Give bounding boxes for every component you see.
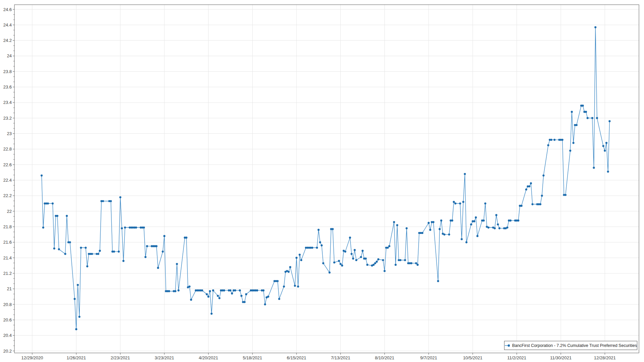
- data-point-marker[interactable]: [277, 280, 279, 282]
- data-point-marker[interactable]: [497, 223, 499, 225]
- data-point-marker[interactable]: [344, 251, 346, 253]
- data-point-marker[interactable]: [321, 244, 323, 246]
- data-point-marker[interactable]: [585, 111, 587, 113]
- data-point-marker[interactable]: [155, 245, 157, 247]
- data-point-marker[interactable]: [417, 264, 419, 266]
- data-point-marker[interactable]: [56, 215, 58, 217]
- data-point-marker[interactable]: [328, 272, 330, 274]
- data-point-marker[interactable]: [530, 182, 532, 184]
- data-point-marker[interactable]: [476, 235, 478, 237]
- data-point-marker[interactable]: [396, 224, 398, 226]
- data-point-marker[interactable]: [448, 234, 450, 236]
- data-point-marker[interactable]: [351, 253, 353, 255]
- data-point-marker[interactable]: [143, 227, 145, 229]
- data-point-marker[interactable]: [498, 227, 500, 229]
- data-point-marker[interactable]: [352, 257, 354, 259]
- data-point-marker[interactable]: [189, 286, 191, 288]
- data-point-marker[interactable]: [47, 202, 49, 204]
- data-point-marker[interactable]: [355, 259, 357, 261]
- data-point-marker[interactable]: [404, 259, 406, 261]
- data-point-marker[interactable]: [294, 285, 296, 287]
- data-point-marker[interactable]: [122, 260, 124, 262]
- data-point-marker[interactable]: [521, 205, 523, 207]
- data-point-marker[interactable]: [377, 258, 379, 260]
- data-point-marker[interactable]: [495, 214, 497, 216]
- data-point-marker[interactable]: [484, 202, 486, 204]
- data-point-marker[interactable]: [349, 237, 351, 239]
- data-point-marker[interactable]: [531, 203, 533, 205]
- data-point-marker[interactable]: [373, 264, 375, 266]
- data-point-marker[interactable]: [85, 247, 87, 249]
- data-point-marker[interactable]: [421, 232, 423, 234]
- data-point-marker[interactable]: [283, 286, 285, 288]
- data-point-marker[interactable]: [387, 247, 389, 249]
- data-point-marker[interactable]: [289, 266, 291, 268]
- data-point-marker[interactable]: [64, 253, 66, 255]
- data-point-marker[interactable]: [428, 222, 430, 224]
- data-point-marker[interactable]: [207, 296, 209, 298]
- data-point-marker[interactable]: [287, 271, 289, 273]
- data-point-marker[interactable]: [506, 227, 508, 229]
- data-point-marker[interactable]: [464, 173, 466, 175]
- data-point-marker[interactable]: [439, 228, 441, 230]
- data-point-marker[interactable]: [176, 263, 178, 265]
- data-point-marker[interactable]: [185, 237, 187, 239]
- data-point-marker[interactable]: [74, 298, 76, 300]
- data-point-marker[interactable]: [146, 245, 148, 247]
- data-point-marker[interactable]: [66, 215, 68, 217]
- data-point-marker[interactable]: [135, 227, 137, 229]
- data-point-marker[interactable]: [517, 220, 519, 222]
- data-point-marker[interactable]: [376, 261, 378, 263]
- data-point-marker[interactable]: [571, 111, 573, 113]
- data-point-marker[interactable]: [604, 149, 606, 152]
- data-point-marker[interactable]: [569, 149, 571, 152]
- data-point-marker[interactable]: [451, 220, 453, 222]
- data-point-marker[interactable]: [602, 145, 604, 147]
- data-point-marker[interactable]: [382, 259, 384, 261]
- data-point-marker[interactable]: [393, 221, 395, 223]
- data-point-marker[interactable]: [473, 220, 475, 222]
- data-point-marker[interactable]: [360, 256, 362, 258]
- data-point-marker[interactable]: [262, 289, 264, 291]
- data-point-marker[interactable]: [550, 139, 552, 141]
- data-point-marker[interactable]: [113, 251, 115, 253]
- data-point-marker[interactable]: [366, 264, 368, 266]
- data-point-marker[interactable]: [190, 299, 192, 301]
- data-point-marker[interactable]: [311, 247, 313, 249]
- data-point-marker[interactable]: [410, 262, 412, 264]
- data-point-marker[interactable]: [565, 194, 567, 196]
- data-point-marker[interactable]: [52, 202, 54, 204]
- data-point-marker[interactable]: [443, 234, 445, 236]
- data-point-marker[interactable]: [118, 251, 120, 253]
- data-point-marker[interactable]: [211, 313, 213, 315]
- data-point-marker[interactable]: [77, 284, 79, 286]
- data-point-marker[interactable]: [318, 229, 320, 231]
- data-point-marker[interactable]: [459, 202, 461, 204]
- data-point-marker[interactable]: [605, 142, 607, 144]
- data-point-marker[interactable]: [300, 259, 302, 261]
- data-point-marker[interactable]: [53, 247, 55, 249]
- data-point-marker[interactable]: [576, 124, 578, 126]
- data-point-marker[interactable]: [341, 264, 343, 266]
- data-point-marker[interactable]: [362, 250, 364, 252]
- data-point-marker[interactable]: [297, 286, 299, 288]
- data-point-marker[interactable]: [91, 253, 93, 255]
- data-point-marker[interactable]: [58, 248, 60, 250]
- data-point-marker[interactable]: [591, 117, 593, 119]
- data-point-marker[interactable]: [593, 167, 595, 169]
- data-point-marker[interactable]: [162, 251, 164, 253]
- data-point-marker[interactable]: [454, 202, 457, 204]
- data-point-marker[interactable]: [399, 259, 401, 261]
- data-point-marker[interactable]: [453, 201, 455, 203]
- series-bancfirst[interactable]: [41, 26, 611, 330]
- data-point-marker[interactable]: [299, 254, 301, 256]
- data-point-marker[interactable]: [145, 256, 147, 258]
- data-point-marker[interactable]: [406, 227, 408, 229]
- data-point-marker[interactable]: [354, 249, 356, 251]
- data-point-marker[interactable]: [157, 267, 159, 269]
- data-point-marker[interactable]: [607, 171, 609, 173]
- data-point-marker[interactable]: [80, 247, 82, 249]
- data-point-marker[interactable]: [217, 295, 219, 297]
- data-point-marker[interactable]: [78, 316, 80, 318]
- data-point-marker[interactable]: [608, 120, 610, 122]
